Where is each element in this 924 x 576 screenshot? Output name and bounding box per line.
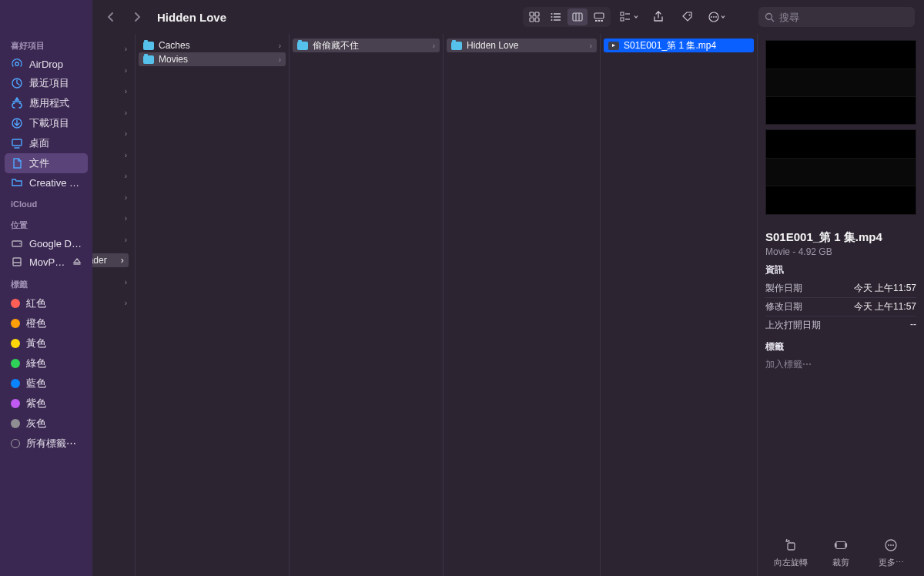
svg-rect-39 [835, 543, 837, 547]
list-item[interactable]: › [95, 81, 132, 102]
search-input[interactable] [779, 12, 909, 23]
svg-rect-38 [836, 542, 846, 549]
view-icons-button[interactable] [524, 8, 544, 25]
search-box[interactable] [758, 7, 915, 27]
svg-rect-24 [598, 20, 601, 22]
window-title: Hidden Love [157, 11, 226, 24]
info-row: 上次打開日期-- [765, 316, 916, 334]
folder-icon [143, 55, 154, 64]
list-item[interactable]: › [95, 293, 132, 314]
preview-filename: S01E001_第 1 集.mp4 [765, 230, 916, 245]
list-item[interactable]: › [95, 60, 132, 82]
svg-point-18 [551, 19, 553, 21]
sidebar-item-label: 黃色 [26, 337, 46, 350]
eject-icon[interactable] [72, 257, 82, 266]
sidebar-item-label: 灰色 [26, 417, 46, 430]
sidebar-item-airdrop[interactable]: AirDrop [5, 55, 88, 73]
tag-green[interactable]: 綠色 [5, 353, 88, 373]
back-button[interactable] [102, 6, 120, 28]
sidebar: 喜好項目 AirDrop最近項目應用程式下載項目桌面文件Creative Clo… [0, 0, 92, 576]
rotate-left-button[interactable]: 向左旋轉 [769, 538, 812, 568]
view-list-button[interactable] [546, 8, 566, 25]
chevron-right-icon: › [125, 129, 127, 138]
list-item[interactable]: › [95, 272, 132, 293]
tag-button[interactable] [677, 8, 698, 26]
tag-icon [682, 12, 693, 22]
list-item[interactable]: › [95, 208, 132, 229]
sidebar-item-apps[interactable]: 應用程式 [5, 93, 88, 113]
share-button[interactable] [648, 8, 669, 26]
sidebar-item-downloads[interactable]: 下載項目 [5, 113, 88, 133]
svg-point-0 [15, 62, 18, 65]
preview-thumbnail[interactable] [765, 40, 916, 125]
tag-red[interactable]: 紅色 [5, 293, 88, 313]
folder-icon [11, 176, 23, 189]
group-icon [620, 12, 632, 22]
forward-button[interactable] [128, 6, 146, 28]
group-button[interactable] [618, 8, 640, 26]
list-item[interactable]: › [95, 229, 132, 251]
more-button[interactable]: 更多⋯ [869, 538, 912, 568]
svg-point-32 [711, 16, 712, 18]
sidebar-item-cc[interactable]: Creative Clo… [5, 173, 88, 192]
list-item[interactable]: Movies› [139, 52, 286, 66]
svg-rect-12 [535, 18, 539, 22]
chevron-right-icon: › [125, 151, 127, 159]
chevron-right-icon: › [279, 55, 281, 64]
column-0[interactable]: ›››››››››››››wnloader› [92, 34, 136, 576]
preview-subtitle: Movie - 4.92 GB [765, 246, 916, 257]
tag-yellow[interactable]: 黃色 [5, 333, 88, 353]
tag-purple[interactable]: 紫色 [5, 393, 88, 414]
tag-blue[interactable]: 藍色 [5, 373, 88, 393]
tag-orange[interactable]: 橙色 [5, 313, 88, 333]
svg-point-44 [892, 544, 894, 546]
view-switcher [523, 7, 611, 27]
list-item-selected[interactable]: wnloader› [92, 253, 129, 267]
column-3[interactable]: Hidden Love› [444, 34, 601, 576]
sidebar-all-tags[interactable]: 所有標籤⋯ [5, 434, 88, 454]
svg-point-35 [766, 13, 772, 19]
list-item[interactable]: S01E001_第 1 集.mp4 [604, 39, 754, 52]
view-columns-button[interactable] [567, 8, 588, 25]
alltags-icon [11, 439, 20, 448]
column-2[interactable]: 偷偷藏不住› [290, 34, 444, 576]
chevron-right-icon: › [125, 236, 127, 244]
chevron-right-icon: › [279, 42, 281, 50]
sidebar-item-label: 所有標籤⋯ [26, 437, 76, 450]
tag-gray[interactable]: 灰色 [5, 414, 88, 434]
add-tag-field[interactable]: 加入標籤⋯ [765, 358, 916, 371]
svg-point-43 [890, 544, 892, 546]
share-icon [653, 11, 664, 23]
sidebar-section-tags: 標籤 [5, 276, 88, 293]
list-item[interactable]: › [95, 39, 132, 60]
trim-button[interactable]: 裁剪 [819, 538, 862, 568]
sidebar-item-mov[interactable]: MovPilot … [5, 253, 88, 271]
list-item[interactable]: Hidden Love› [447, 39, 597, 52]
column-4[interactable]: S01E001_第 1 集.mp4 [601, 34, 758, 576]
svg-rect-26 [621, 12, 624, 15]
drive-icon [11, 237, 23, 249]
column-1[interactable]: Caches›Movies› [136, 34, 290, 576]
chevron-right-icon: › [125, 66, 127, 75]
list-item[interactable]: › [95, 123, 132, 145]
list-item[interactable]: › [95, 145, 132, 166]
disk-icon [11, 256, 23, 268]
tag-dot-icon [11, 379, 20, 388]
toolbar: Hidden Love [92, 0, 924, 34]
sidebar-item-label: Google Drive [29, 238, 82, 249]
list-item[interactable]: › [95, 102, 132, 124]
list-item[interactable]: 偷偷藏不住› [293, 39, 440, 52]
sidebar-item-desktop[interactable]: 桌面 [5, 133, 88, 153]
sidebar-item-recent[interactable]: 最近項目 [5, 73, 88, 93]
view-gallery-button[interactable] [589, 8, 609, 25]
apps-icon [11, 97, 23, 109]
tag-dot-icon [11, 299, 20, 308]
info-value: 今天 上午11:57 [854, 282, 916, 295]
sidebar-item-documents[interactable]: 文件 [5, 153, 88, 173]
action-button[interactable] [706, 8, 728, 26]
list-item[interactable]: › [95, 166, 132, 187]
list-item[interactable]: › [95, 187, 132, 209]
preview-footer: 向左旋轉 裁剪 更多⋯ [765, 531, 916, 568]
list-item[interactable]: Caches› [139, 39, 286, 52]
sidebar-item-gdrive[interactable]: Google Drive [5, 234, 88, 253]
